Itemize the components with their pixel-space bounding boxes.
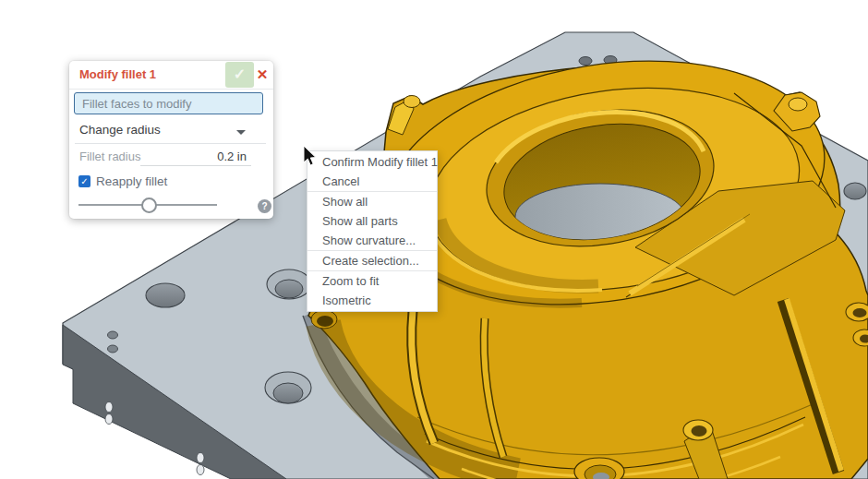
plate-dowel-hole — [108, 345, 118, 353]
menu-item-show-all-parts[interactable]: Show all parts — [307, 211, 437, 231]
plate-edge-hole — [197, 453, 204, 463]
fillet-radius-value[interactable]: 0.2 in — [217, 150, 247, 163]
reapply-fillet-label: Reapply fillet — [96, 174, 167, 188]
flange-hole — [311, 310, 337, 329]
onshape-3d-viewport: Modify fillet 1 ✓ ✕ Change radius Fillet… — [0, 0, 868, 479]
fillet-type-dropdown[interactable]: Change radius — [69, 118, 273, 143]
plate-dowel-hole — [108, 331, 118, 339]
value-underline — [140, 165, 251, 166]
plate-edge-hole — [197, 465, 204, 475]
fillet-radius-row: Fillet radius 0.2 in — [69, 146, 273, 170]
dropdown-value: Change radius — [79, 123, 161, 137]
dialog-title: Modify fillet 1 — [79, 67, 156, 81]
close-button[interactable]: ✕ — [254, 64, 271, 86]
menu-item-create-selection[interactable]: Create selection... — [307, 251, 437, 270]
help-icon[interactable]: ? — [258, 199, 271, 213]
plate-small-hole — [579, 57, 592, 66]
radius-slider-knob[interactable] — [141, 198, 157, 213]
chevron-down-icon — [236, 130, 246, 135]
menu-item-zoom-to-fit[interactable]: Zoom to fit — [307, 271, 437, 291]
confirm-button[interactable]: ✓ — [225, 62, 254, 88]
plate-hole — [146, 283, 185, 307]
fillet-faces-input[interactable] — [74, 92, 263, 114]
plate-edge-hole — [105, 402, 113, 413]
mouse-cursor-icon — [302, 145, 319, 167]
context-menu: Confirm Modify fillet 1 Cancel Show all … — [307, 150, 438, 312]
reapply-fillet-row[interactable]: ✓ Reapply fillet — [69, 173, 273, 191]
menu-item-confirm-modify-fillet[interactable]: Confirm Modify fillet 1 — [307, 152, 437, 172]
dialog-header: Modify fillet 1 ✓ ✕ — [69, 61, 273, 90]
modify-fillet-dialog: Modify fillet 1 ✓ ✕ Change radius Fillet… — [69, 61, 273, 219]
menu-item-show-curvature[interactable]: Show curvature... — [307, 231, 437, 250]
plate-counterbore-hole — [267, 269, 311, 299]
menu-item-isometric[interactable]: Isometric — [307, 291, 437, 310]
menu-item-show-all[interactable]: Show all — [307, 192, 437, 211]
dialog-divider — [75, 143, 266, 144]
fillet-radius-label: Fillet radius — [79, 150, 140, 163]
close-icon: ✕ — [257, 66, 269, 82]
menu-item-cancel[interactable]: Cancel — [307, 172, 437, 191]
reapply-fillet-checkbox[interactable]: ✓ — [78, 175, 90, 187]
plate-edge-hole — [105, 414, 113, 425]
plate-hole — [844, 183, 866, 199]
check-icon: ✓ — [234, 66, 246, 82]
plate-counterbore-hole — [265, 372, 311, 403]
